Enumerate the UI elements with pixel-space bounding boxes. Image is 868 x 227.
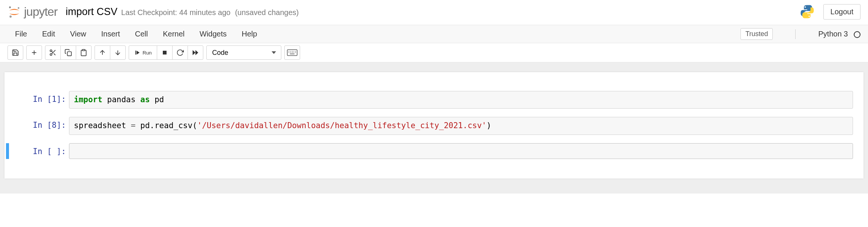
- code-cell[interactable]: In [8]:spreadsheet = pd.read_csv('/Users…: [15, 117, 853, 135]
- menu-help[interactable]: Help: [234, 26, 264, 42]
- move-up-button[interactable]: [95, 45, 110, 60]
- run-icon: [134, 50, 140, 56]
- kernel-name[interactable]: Python 3: [818, 30, 848, 38]
- svg-marker-19: [193, 50, 196, 55]
- toolbar: Run Code: [0, 43, 868, 62]
- svg-rect-13: [83, 50, 85, 51]
- svg-point-0: [9, 6, 11, 8]
- paste-button[interactable]: [76, 45, 92, 60]
- menu-kernel[interactable]: Kernel: [155, 26, 192, 42]
- plus-icon: [30, 49, 38, 56]
- unsaved-indicator: (unsaved changes): [235, 8, 299, 17]
- code-cell[interactable]: In [1]:import pandas as pd: [15, 91, 853, 109]
- paste-icon: [80, 49, 87, 56]
- svg-line-11: [52, 51, 53, 53]
- save-icon: [12, 49, 19, 56]
- keyboard-icon: [287, 49, 297, 56]
- save-button[interactable]: [8, 45, 23, 60]
- cut-button[interactable]: [45, 45, 61, 60]
- jupyter-logo[interactable]: jupyter: [8, 5, 57, 19]
- cell-type-select-wrap: Code: [206, 45, 281, 60]
- menu-edit[interactable]: Edit: [35, 26, 62, 42]
- menu-widgets[interactable]: Widgets: [192, 26, 234, 42]
- copy-icon: [65, 49, 72, 56]
- svg-point-2: [9, 15, 12, 18]
- python-logo-icon: [799, 4, 815, 20]
- title-area: import CSV Last Checkpoint: 44 minutes a…: [66, 6, 299, 18]
- svg-marker-20: [195, 50, 198, 55]
- run-button[interactable]: Run: [129, 45, 157, 60]
- menubar: File Edit View Insert Cell Kernel Widget…: [0, 25, 868, 43]
- header: jupyter import CSV Last Checkpoint: 44 m…: [0, 0, 868, 25]
- svg-point-4: [808, 16, 810, 17]
- restart-button[interactable]: [172, 45, 188, 60]
- fast-forward-icon: [192, 49, 199, 56]
- cell-input[interactable]: [69, 143, 853, 159]
- kernel-idle-icon: [854, 31, 860, 38]
- logout-button[interactable]: Logout: [823, 4, 860, 20]
- cell-prompt: In [ ]:: [15, 143, 69, 156]
- cell-prompt: In [1]:: [15, 91, 69, 104]
- code-cell[interactable]: In [ ]:: [15, 143, 853, 159]
- svg-line-10: [54, 53, 56, 55]
- cell-input[interactable]: import pandas as pd: [69, 91, 853, 109]
- restart-icon: [176, 49, 184, 56]
- move-cell-group: [95, 45, 126, 60]
- svg-rect-16: [135, 51, 136, 55]
- arrow-up-icon: [99, 49, 106, 56]
- notebook-background: In [1]:import pandas as pdIn [8]:spreads…: [0, 62, 868, 194]
- menu-view[interactable]: View: [63, 26, 94, 42]
- move-down-button[interactable]: [110, 45, 126, 60]
- notebook-container: In [1]:import pandas as pdIn [8]:spreads…: [5, 72, 863, 179]
- cut-icon: [49, 49, 57, 56]
- run-group: Run: [129, 45, 203, 60]
- jupyter-logo-text: jupyter: [24, 5, 57, 19]
- run-label: Run: [143, 50, 152, 56]
- svg-point-7: [50, 50, 52, 52]
- svg-marker-17: [137, 51, 140, 55]
- svg-point-1: [18, 7, 19, 9]
- cell-input[interactable]: spreadsheet = pd.read_csv('/Users/davida…: [69, 117, 853, 135]
- cell-prompt: In [8]:: [15, 117, 69, 130]
- menu-cell[interactable]: Cell: [128, 26, 155, 42]
- interrupt-button[interactable]: [157, 45, 173, 60]
- cell-type-select[interactable]: Code: [206, 45, 281, 60]
- svg-point-8: [50, 54, 52, 56]
- trusted-badge[interactable]: Trusted: [740, 28, 773, 40]
- checkpoint-text: Last Checkpoint: 44 minutes ago: [121, 8, 230, 17]
- svg-rect-18: [163, 51, 167, 54]
- stop-icon: [161, 49, 168, 56]
- jupyter-logo-icon: [8, 5, 21, 18]
- svg-rect-12: [68, 52, 72, 56]
- cut-copy-paste-group: [45, 45, 92, 60]
- svg-point-3: [805, 6, 806, 8]
- arrow-down-icon: [114, 49, 122, 56]
- insert-cell-below-button[interactable]: [26, 45, 42, 60]
- notebook-name[interactable]: import CSV: [66, 6, 117, 18]
- menu-file[interactable]: File: [8, 26, 35, 42]
- divider: [795, 29, 796, 39]
- command-palette-button[interactable]: [284, 45, 300, 60]
- restart-run-all-button[interactable]: [188, 45, 203, 60]
- copy-button[interactable]: [60, 45, 76, 60]
- menu-insert[interactable]: Insert: [94, 26, 128, 42]
